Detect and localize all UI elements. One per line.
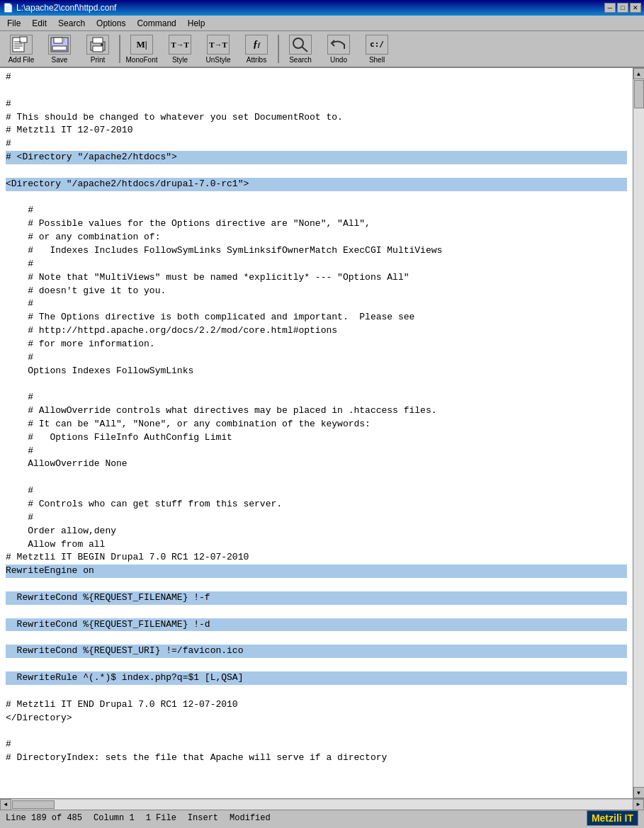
shell-icon: c:/: [366, 35, 388, 55]
add-file-button[interactable]: Add File: [3, 33, 40, 65]
add-file-icon: [10, 35, 33, 55]
line: # or any combination of:: [6, 232, 160, 242]
line: </Directory>: [6, 713, 72, 723]
vertical-scrollbar[interactable]: ▲ ▼: [633, 68, 644, 798]
edit-mode: Insert: [188, 813, 218, 823]
text-content[interactable]: # # # This should be changed to whatever…: [0, 68, 633, 768]
line: AllowOverride None: [6, 458, 128, 469]
monofont-button[interactable]: M| MonoFont: [123, 33, 160, 65]
line: # Metztli IT 12-07-2010: [6, 125, 132, 135]
svg-rect-9: [62, 38, 64, 42]
save-icon: [48, 35, 71, 55]
hscroll-thumb[interactable]: [12, 800, 55, 809]
title-left: 📄 L:\apache2\conf\httpd.conf: [3, 3, 116, 13]
monofont-icon: M|: [130, 35, 153, 55]
line: #: [6, 205, 33, 215]
menu-file[interactable]: File: [1, 17, 26, 30]
separator-2: [278, 35, 279, 63]
status-info: Line 189 of 485 Column 1 1 File Insert M…: [6, 813, 271, 823]
undo-button[interactable]: Undo: [320, 33, 357, 65]
menu-edit[interactable]: Edit: [26, 17, 52, 30]
scroll-track[interactable]: [633, 79, 645, 787]
line: #: [6, 446, 33, 456]
line: # Options FileInfo AuthConfig Limit: [6, 432, 232, 443]
svg-line-15: [302, 47, 307, 52]
attribs-label: Attribs: [247, 56, 266, 64]
svg-point-14: [293, 38, 303, 48]
unstyle-icon: T→T: [207, 35, 230, 55]
scroll-thumb[interactable]: [634, 80, 644, 108]
style-icon: T→T: [169, 35, 191, 55]
line: # Metztli IT END Drupal 7.0 RC1 12-07-20…: [6, 699, 238, 710]
svg-rect-12: [93, 46, 103, 52]
line: Allow from all: [6, 539, 105, 550]
line: # for more information.: [6, 339, 155, 349]
search-label: Search: [289, 56, 312, 64]
line: # http://httpd.apache.org/docs/2.2/mod/c…: [6, 325, 337, 336]
editor-content[interactable]: # # # This should be changed to whatever…: [0, 68, 633, 798]
line: #: [6, 98, 11, 109]
line: #: [6, 512, 33, 523]
line-highlighted: RewriteCond %{REQUEST_URI} !=/favicon.ic…: [6, 645, 627, 658]
column-info: Column 1: [94, 813, 135, 823]
add-file-label: Add File: [9, 56, 35, 64]
line: Order allow,deny: [6, 526, 116, 536]
branding-logo: Metzili IT: [587, 810, 638, 826]
line: #: [6, 485, 33, 496]
line: #: [6, 259, 33, 269]
menu-options[interactable]: Options: [91, 17, 131, 30]
minimize-button[interactable]: ─: [604, 3, 616, 13]
line-highlighted: RewriteRule ^(.*)$ index.php?q=$1 [L,QSA…: [6, 671, 627, 685]
line: #: [6, 352, 33, 363]
branding-text: Metzili IT: [592, 812, 633, 824]
print-icon: [86, 35, 109, 55]
line: # Possible values for the Options direct…: [6, 218, 371, 229]
svg-rect-8: [52, 46, 67, 50]
scroll-up-arrow[interactable]: ▲: [633, 68, 645, 79]
scroll-left-arrow[interactable]: ◄: [0, 799, 11, 810]
style-label: Style: [172, 56, 188, 64]
scroll-down-arrow[interactable]: ▼: [633, 787, 645, 798]
window-title: L:\apache2\conf\httpd.conf: [16, 3, 116, 13]
app-icon: 📄: [3, 3, 13, 13]
undo-icon: [327, 35, 350, 55]
menu-command[interactable]: Command: [131, 17, 181, 30]
line: # Controls who can get stuff from this s…: [6, 499, 282, 509]
shell-label: Shell: [369, 56, 385, 64]
line: # The Options directive is both complica…: [6, 312, 414, 322]
svg-rect-11: [93, 38, 103, 43]
attribs-button[interactable]: ƒf Attribs: [238, 33, 275, 65]
line: #: [6, 298, 33, 309]
print-button[interactable]: Print: [79, 33, 116, 65]
title-icons[interactable]: ─ □ ✕: [604, 3, 641, 13]
separator-1: [119, 35, 120, 63]
restore-button[interactable]: □: [617, 3, 628, 13]
line: # Note that "MultiViews" must be named *…: [6, 272, 409, 283]
line: #: [6, 72, 11, 82]
unstyle-button[interactable]: T→T UnStyle: [200, 33, 237, 65]
line: # Metztli IT BEGIN Drupal 7.0 RC1 12-07-…: [6, 552, 249, 562]
line-highlighted: RewriteCond %{REQUEST_FILENAME} !-d: [6, 618, 627, 632]
menu-bar: File Edit Search Options Command Help: [0, 16, 644, 31]
close-button[interactable]: ✕: [630, 3, 641, 13]
menu-help[interactable]: Help: [182, 17, 211, 30]
menu-search[interactable]: Search: [52, 17, 91, 30]
line: # This should be changed to whatever you…: [6, 112, 343, 123]
title-bar: 📄 L:\apache2\conf\httpd.conf ─ □ ✕: [0, 0, 644, 16]
search-button[interactable]: Search: [282, 33, 319, 65]
scroll-right-arrow[interactable]: ►: [633, 799, 644, 810]
line: # AllowOverride controls what directives…: [6, 405, 437, 416]
attribs-icon: ƒf: [245, 35, 268, 55]
line-count: Line 189 of 485: [6, 813, 82, 823]
line: #: [6, 138, 11, 149]
modified-state: Modified: [230, 813, 271, 823]
style-button[interactable]: T→T Style: [162, 33, 198, 65]
horizontal-scrollbar[interactable]: ◄ ►: [0, 798, 644, 810]
line-highlighted: <Directory "/apache2/htdocs/drupal-7.0-r…: [6, 178, 627, 191]
save-button[interactable]: Save: [41, 33, 78, 65]
shell-button[interactable]: c:/ Shell: [358, 33, 395, 65]
line: # doesn't give it to you.: [6, 285, 166, 296]
hscroll-track[interactable]: [11, 800, 633, 810]
toolbar: Add File Save Print M| MonoFont: [0, 31, 644, 68]
unstyle-label: UnStyle: [205, 56, 230, 64]
